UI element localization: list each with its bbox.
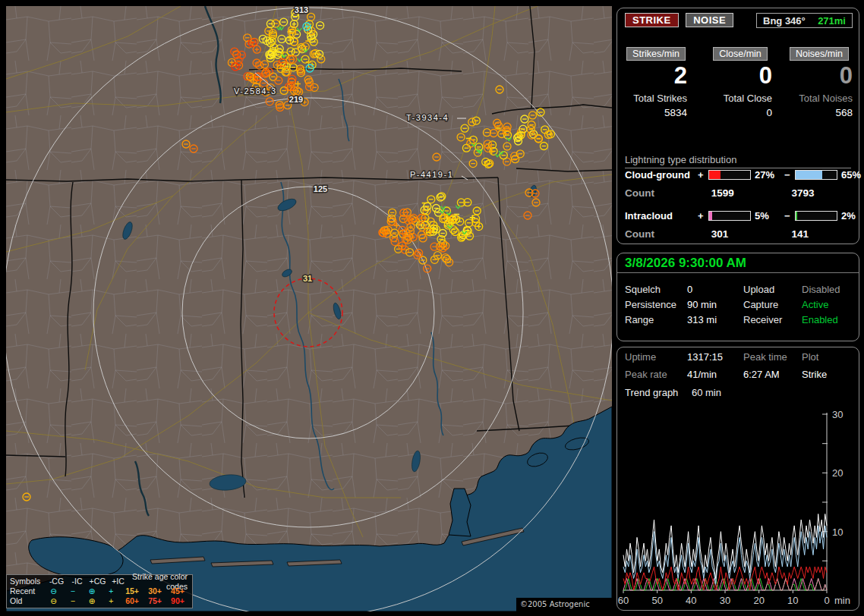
ic-neg-recent-icon: − [63, 586, 82, 596]
nexstorm-window: 31321912531V-2584-3T-3934-4P-4419-1 Symb… [0, 0, 864, 616]
ic-pos-old-icon: + [102, 596, 121, 606]
ic-neg-bar [795, 211, 837, 221]
trend-panel: Uptime 1317:15 Peak time Plot Peak rate … [616, 347, 859, 611]
legend-recent-label: Recent [10, 586, 44, 596]
total-close-label: Total Close [708, 93, 772, 104]
divider [617, 272, 859, 273]
age-30: 30+ [143, 586, 166, 596]
ic-pos-pct: 5% [755, 210, 784, 222]
cloud-ground-count-row: Count 1599 3793 [625, 187, 815, 199]
noises-per-min-button[interactable]: Noises/min [790, 47, 849, 61]
strike-stats-panel: STRIKE NOISE Bng 346° 271mi Strikes/min … [616, 8, 859, 244]
noises-per-min-value: 0 [786, 63, 853, 89]
noises-column: Noises/min 0 Total Noises 568 [786, 46, 853, 118]
squelch-value: 0 [687, 284, 692, 295]
plus-sign: + [698, 169, 708, 181]
cloud-ground-row: Cloud-ground + 27% − 65% [625, 169, 864, 181]
total-strikes-label: Total Strikes [625, 93, 687, 104]
svg-text:30: 30 [720, 595, 730, 606]
svg-text:10: 10 [787, 595, 798, 606]
age-15: 15+ [121, 586, 143, 596]
total-noises-value: 568 [786, 107, 853, 118]
strikes-column: Strikes/min 2 Total Strikes 5834 [625, 46, 687, 118]
cg-neg-count: 3793 [792, 187, 815, 199]
svg-text:125: 125 [314, 184, 327, 193]
svg-text:50: 50 [651, 595, 662, 606]
cg-neg-pct: 65% [841, 169, 864, 181]
upload-status: Disabled [802, 284, 840, 295]
cg-pos-recent-icon: ⊕ [83, 586, 102, 596]
svg-text:V-2584-3: V-2584-3 [234, 86, 277, 96]
trend-graph: 1020306050403020100min [617, 347, 859, 610]
svg-text:219: 219 [289, 95, 303, 104]
legend-col-ic-pos: +IC [108, 577, 128, 586]
svg-text:10: 10 [832, 526, 843, 538]
intracloud-label: Intracloud [625, 210, 698, 222]
persistence-label: Persistence [625, 299, 676, 310]
svg-text:30: 30 [832, 409, 843, 420]
legend-col-ic-neg: -IC [67, 577, 87, 586]
svg-text:40: 40 [686, 595, 696, 606]
svg-text:20: 20 [753, 595, 764, 606]
svg-text:T-3934-4: T-3934-4 [406, 113, 449, 122]
receiver-label: Receiver [743, 314, 782, 325]
squelch-label: Squelch [625, 284, 661, 295]
copyright-text: ©2005 Astrogenic Systems [516, 598, 612, 611]
receiver-status: Enabled [802, 314, 838, 325]
total-close-value: 0 [708, 107, 772, 118]
cg-neg-bar [795, 170, 837, 180]
count-label: Count [625, 228, 708, 240]
lightning-map[interactable]: 31321912531V-2584-3T-3934-4P-4419-1 Symb… [6, 6, 612, 611]
cg-pos-old-icon: ⊕ [83, 596, 102, 606]
cg-pos-pct: 27% [755, 169, 784, 181]
capture-label: Capture [743, 299, 778, 310]
close-per-min-value: 0 [708, 63, 772, 89]
map-legend: Symbols -CG -IC +CG +IC Strike age color… [6, 574, 193, 608]
ic-pos-bar [708, 211, 751, 221]
legend-col-cg-pos: +CG [87, 577, 108, 586]
system-settings-panel: 3/8/2026 9:30:00 AM Squelch 0 Upload Dis… [616, 253, 859, 341]
total-noises-label: Total Noises [786, 93, 853, 104]
current-datetime: 3/8/2026 9:30:00 AM [625, 256, 746, 271]
squelch-row: Squelch 0 Upload Disabled [617, 284, 859, 299]
svg-text:31: 31 [303, 274, 312, 283]
ic-neg-pct: 2% [841, 210, 864, 222]
capture-status: Active [802, 299, 828, 310]
noise-toggle-button[interactable]: NOISE [686, 13, 733, 27]
bearing-value: Bng 346° [763, 15, 806, 27]
persistence-value: 90 min [687, 299, 717, 310]
age-45: 45+ [166, 586, 189, 596]
upload-label: Upload [743, 284, 774, 295]
intracloud-row: Intracloud + 5% − 2% [625, 210, 864, 222]
range-label: Range [625, 314, 654, 325]
cg-pos-count: 1599 [711, 187, 789, 199]
intracloud-count-row: Count 301 141 [625, 228, 809, 240]
svg-text:313: 313 [295, 6, 308, 14]
legend-col-cg-neg: -CG [46, 577, 67, 586]
strikes-per-min-button[interactable]: Strikes/min [626, 47, 686, 61]
age-60: 60+ [121, 596, 143, 606]
ic-neg-old-icon: − [63, 596, 82, 606]
plus-sign: + [698, 210, 708, 222]
svg-text:20: 20 [832, 467, 843, 479]
cloud-ground-label: Cloud-ground [625, 169, 698, 181]
svg-text:60: 60 [618, 595, 629, 606]
minus-sign: − [784, 210, 795, 222]
svg-text:0: 0 [824, 595, 829, 606]
cg-neg-old-icon: ⊖ [44, 596, 63, 606]
strike-toggle-button[interactable]: STRIKE [625, 13, 679, 27]
legend-old-label: Old [10, 596, 44, 606]
age-75: 75+ [143, 596, 166, 606]
total-strikes-value: 5834 [625, 107, 687, 118]
legend-symbols-header: Symbols [10, 577, 46, 586]
minus-sign: − [784, 169, 795, 181]
count-label: Count [625, 187, 708, 199]
svg-text:min: min [834, 595, 850, 606]
bearing-range-value: 271mi [818, 15, 846, 27]
map-canvas: 31321912531V-2584-3T-3934-4P-4419-1 [6, 6, 612, 611]
range-value: 313 mi [687, 314, 717, 325]
persistence-row: Persistence 90 min Capture Active [617, 299, 859, 314]
ic-neg-count: 141 [792, 228, 809, 240]
cg-neg-recent-icon: ⊖ [44, 586, 63, 596]
close-per-min-button[interactable]: Close/min [713, 47, 768, 61]
